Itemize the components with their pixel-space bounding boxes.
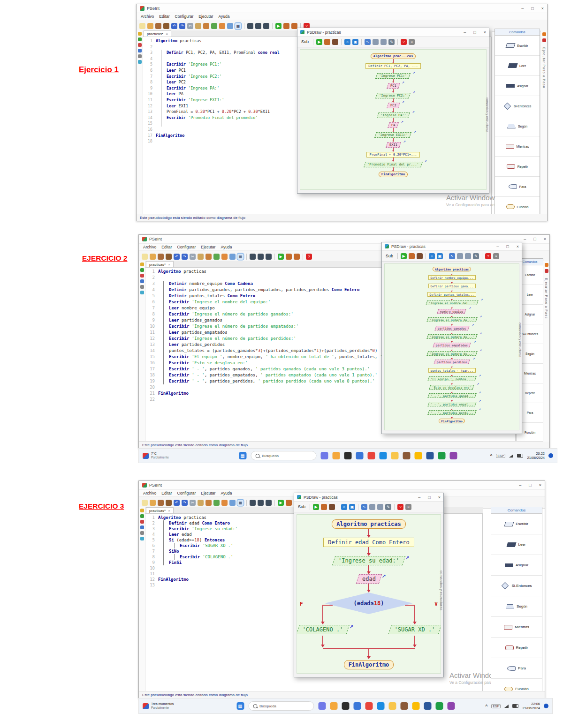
flow-input-node[interactable]: PC2↗ xyxy=(387,103,400,108)
save-file-icon[interactable] xyxy=(158,254,164,260)
taskbar-app-icon[interactable] xyxy=(449,452,457,459)
menu-ejecutar[interactable]: Ejecutar xyxy=(201,245,215,249)
flow-auto-layout-icon[interactable] xyxy=(457,253,463,259)
flow-input-node[interactable]: partidos_empatados↗ xyxy=(433,343,471,347)
flow-output-node[interactable]: 'El equipo ', nombre_...↗ xyxy=(427,376,476,381)
weather-widget[interactable]: Tres momentosParcialmente xyxy=(143,702,174,710)
search-box[interactable]: Búsqueda xyxy=(248,701,314,711)
flow-output-node[interactable]: 'Ingrese EXI1:'↗ xyxy=(374,132,411,138)
undo-icon[interactable]: ↶ xyxy=(174,254,180,260)
menu-ayuda[interactable]: Ayuda xyxy=(221,491,232,495)
tab-close-icon[interactable]: × xyxy=(168,509,170,513)
flow-input-node[interactable]: partidos_perdidos↗ xyxy=(434,360,470,364)
flow-output-node[interactable]: 'COLAGENO .'↗ xyxy=(297,625,350,634)
flow-output-node[interactable]: 'Ingrese PC1:'↗ xyxy=(376,73,411,79)
flow-process-node[interactable]: Definir PC1, PC2, PA, ... xyxy=(365,63,420,69)
language-indicator[interactable]: ESP xyxy=(491,704,501,708)
save-all-icon[interactable] xyxy=(163,23,169,29)
left-strip-icon[interactable] xyxy=(140,268,144,272)
flow-close-tool-icon[interactable]: × xyxy=(493,253,499,259)
run-icon[interactable]: ▶ xyxy=(275,23,282,29)
command-item-escribir[interactable]: Escribir xyxy=(491,514,542,534)
network-icon[interactable] xyxy=(509,454,513,458)
run-icon[interactable]: ▶ xyxy=(278,254,284,260)
save-file-icon[interactable] xyxy=(158,500,164,506)
flow-output-node[interactable]: ' - ', partidos_ganad...↗ xyxy=(427,393,476,398)
dock-stop-icon[interactable] xyxy=(545,269,548,273)
taskbar-app-icon[interactable] xyxy=(320,452,328,459)
flow-zoom-icon[interactable]: ○ xyxy=(429,253,435,259)
left-strip-icon[interactable] xyxy=(140,291,144,294)
taskbar-app-icon[interactable] xyxy=(344,452,351,459)
dock-run-icon[interactable] xyxy=(542,32,546,36)
flow-output-node[interactable]: ' - ', partidos_empat...↗ xyxy=(427,402,476,406)
paste-icon[interactable] xyxy=(205,500,212,506)
menu-ejecutar[interactable]: Ejecutar xyxy=(198,14,213,19)
menu-configurar[interactable]: Configurar xyxy=(175,14,194,19)
close-button[interactable]: × xyxy=(544,237,546,241)
taskbar-app-icon[interactable] xyxy=(438,452,445,459)
menu-ayuda[interactable]: Ayuda xyxy=(221,245,232,249)
menu-editar[interactable]: Editar xyxy=(161,491,172,495)
maximize-button[interactable]: □ xyxy=(533,237,536,241)
start-button[interactable]: ▦ xyxy=(239,452,246,459)
clipboard-report-icon[interactable] xyxy=(219,23,225,29)
subprocess-selector[interactable]: Sub xyxy=(384,254,395,258)
help-icon[interactable]: ? xyxy=(306,254,312,260)
notification-bell-icon[interactable] xyxy=(544,704,548,708)
flow-output-node[interactable]: 'Ingrese el número de...'↗ xyxy=(426,334,477,339)
minimize-button[interactable]: – xyxy=(524,237,526,241)
flow-terminal-node[interactable]: Algoritmo practicas xyxy=(433,267,471,271)
close-button[interactable]: × xyxy=(438,495,441,500)
flow-output-node[interactable]: 'Ingrese el nombre del...'↗ xyxy=(426,300,478,305)
flow-zoom-fit-icon[interactable]: ▣ xyxy=(352,39,358,45)
minimize-button[interactable]: – xyxy=(464,30,466,35)
command-item-según[interactable]: Según xyxy=(491,596,542,617)
maximize-button[interactable]: □ xyxy=(473,30,476,35)
subprocess-selector[interactable]: Sub xyxy=(300,39,310,44)
taskbar-app-icon[interactable] xyxy=(426,452,434,459)
indent-code-icon[interactable] xyxy=(227,23,233,29)
flow-step-icon[interactable] xyxy=(324,39,330,45)
paste-icon[interactable] xyxy=(205,254,212,260)
menu-editar[interactable]: Editar xyxy=(161,245,172,249)
flow-comment-icon[interactable] xyxy=(465,253,471,259)
redo-icon[interactable]: ↷ xyxy=(182,500,188,506)
tray-chevron-icon[interactable]: ^ xyxy=(490,453,492,458)
subprocess-selector[interactable]: Sub xyxy=(297,504,307,509)
maximize-button[interactable]: □ xyxy=(506,244,509,249)
flow-auto-layout-icon[interactable] xyxy=(369,504,375,510)
flow-process-node[interactable]: Definir puntos_totales... xyxy=(427,292,477,297)
new-file-icon[interactable] xyxy=(142,254,148,260)
flow-output-node[interactable]: 'Ingrese su edad:'↗ xyxy=(332,556,406,565)
edit-as-flowchart-icon[interactable]: ▦ xyxy=(237,500,243,506)
left-strip-icon[interactable] xyxy=(140,279,144,283)
flow-edit-icon[interactable]: ✎ xyxy=(473,253,479,259)
flow-output-node[interactable]: 'Promedio Final del pr...'↗ xyxy=(364,162,422,167)
menu-archivo[interactable]: Archivo xyxy=(141,14,154,19)
open-file-icon[interactable] xyxy=(147,23,153,29)
clipboard-report-icon[interactable] xyxy=(221,500,228,506)
find-icon[interactable] xyxy=(250,254,256,260)
taskbar-app-icon[interactable] xyxy=(367,452,375,459)
flow-output-node[interactable]: 'Ingrese PA:'↗ xyxy=(377,113,410,118)
flow-terminal-node[interactable]: Algoritmo practicas xyxy=(332,519,405,529)
menu-configurar[interactable]: Configurar xyxy=(177,245,196,249)
tab-close-icon[interactable]: × xyxy=(166,32,168,36)
flow-process-node[interactable]: Definir nombre_equipo... xyxy=(428,275,476,280)
flow-edit-icon[interactable]: ✎ xyxy=(388,39,395,45)
flow-comment-icon[interactable] xyxy=(377,504,383,510)
flow-save-icon[interactable] xyxy=(329,504,335,510)
flow-zoom-icon[interactable]: ○ xyxy=(341,504,347,510)
edit-as-flowchart-icon[interactable]: ▦ xyxy=(235,23,241,29)
flow-step-icon[interactable] xyxy=(321,504,327,510)
taskbar-app-icon[interactable] xyxy=(414,452,422,459)
flow-run-icon[interactable]: ▶ xyxy=(316,39,322,45)
taskbar-app-icon[interactable] xyxy=(356,452,363,459)
maximize-button[interactable]: □ xyxy=(531,6,533,11)
copy-icon[interactable] xyxy=(195,23,201,29)
left-strip-icon[interactable] xyxy=(140,285,144,289)
new-file-icon[interactable] xyxy=(142,500,148,506)
clock[interactable]: 20:2221/06/2024 xyxy=(527,451,545,460)
command-item-asignar[interactable]: Asignar xyxy=(491,555,542,576)
